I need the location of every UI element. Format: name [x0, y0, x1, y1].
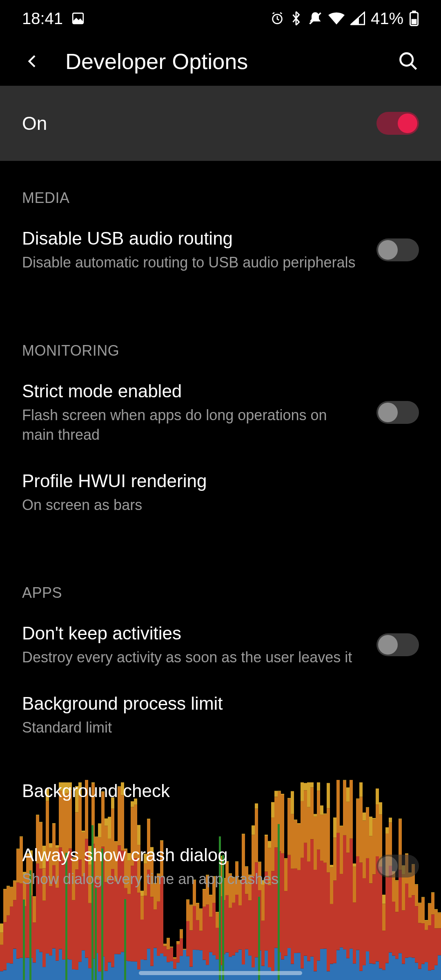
svg-rect-51 — [33, 922, 36, 962]
svg-rect-532 — [421, 964, 425, 980]
section-header-media: MEDIA — [0, 161, 441, 217]
svg-rect-9 — [0, 945, 3, 971]
svg-rect-485 — [382, 931, 385, 970]
battery-icon — [409, 11, 419, 26]
setting-sub: Flash screen when apps do long operation… — [22, 405, 357, 445]
setting-always-show-crash[interactable]: Always show crash dialog Show dialog eve… — [0, 834, 441, 904]
svg-rect-253 — [196, 920, 199, 950]
svg-rect-28 — [16, 959, 20, 980]
svg-rect-133 — [98, 971, 101, 980]
search-button[interactable] — [394, 47, 423, 76]
svg-rect-468 — [369, 963, 372, 980]
status-bar: 18:41 41% — [0, 0, 441, 37]
svg-rect-172 — [127, 894, 131, 961]
svg-rect-278 — [216, 913, 219, 928]
setting-title: Disable USB audio routing — [22, 227, 365, 249]
svg-rect-290 — [225, 953, 229, 980]
svg-rect-86 — [62, 960, 65, 980]
svg-rect-533 — [421, 923, 425, 964]
switch-always-show-crash[interactable] — [376, 855, 419, 878]
switch-strict-mode[interactable] — [376, 401, 419, 424]
svg-rect-555 — [438, 912, 441, 913]
svg-point-6 — [401, 53, 413, 66]
svg-rect-246 — [189, 905, 193, 930]
svg-rect-388 — [304, 956, 307, 980]
svg-rect-496 — [392, 956, 395, 980]
svg-rect-103 — [75, 970, 78, 980]
status-bar-left: 18:41 — [22, 9, 85, 28]
svg-rect-13 — [3, 922, 7, 970]
setting-background-check[interactable]: Background check — [0, 768, 441, 818]
svg-rect-392 — [307, 961, 310, 980]
svg-rect-368 — [287, 948, 291, 980]
chevron-left-icon — [24, 53, 41, 69]
svg-rect-276 — [216, 959, 219, 980]
svg-rect-227 — [173, 959, 176, 969]
page-title: Developer Options — [65, 49, 248, 74]
setting-profile-hwui[interactable]: Profile HWUI rendering On screen as bars — [0, 460, 441, 530]
svg-rect-476 — [376, 961, 379, 980]
svg-rect-307 — [238, 905, 242, 949]
svg-rect-306 — [238, 949, 242, 980]
svg-rect-268 — [209, 952, 212, 980]
settings-list[interactable]: MEDIA Disable USB audio routing Disable … — [0, 161, 441, 904]
setting-dont-keep-activities[interactable]: Don't keep activities Destroy every acti… — [0, 612, 441, 682]
svg-rect-336 — [261, 921, 265, 966]
svg-rect-11 — [0, 924, 3, 933]
gesture-nav-bar[interactable] — [139, 971, 302, 975]
svg-rect-99 — [72, 969, 75, 980]
setting-sub: Destroy every activity as soon as the us… — [22, 648, 357, 668]
svg-rect-408 — [320, 949, 323, 980]
svg-rect-436 — [343, 949, 346, 980]
svg-rect-548 — [434, 965, 438, 980]
svg-rect-540 — [428, 970, 431, 980]
setting-sub: Show dialog every time an app crashes — [22, 869, 357, 889]
svg-rect-241 — [186, 921, 189, 956]
status-bar-right: 41% — [270, 9, 419, 28]
svg-rect-528 — [418, 969, 421, 980]
svg-rect-396 — [310, 957, 314, 980]
svg-rect-339 — [265, 951, 268, 980]
svg-rect-82 — [59, 949, 62, 980]
svg-rect-404 — [317, 960, 320, 980]
setting-disable-usb-audio[interactable]: Disable USB audio routing Disable automa… — [0, 217, 441, 287]
svg-rect-516 — [408, 957, 412, 980]
svg-rect-257 — [199, 931, 203, 951]
svg-rect-464 — [366, 951, 369, 980]
setting-sub: Disable automatic routing to USB audio p… — [22, 253, 357, 273]
svg-rect-261 — [203, 906, 206, 960]
svg-rect-204 — [154, 909, 157, 948]
svg-rect-184 — [137, 893, 140, 969]
svg-rect-541 — [428, 925, 431, 970]
master-toggle-switch[interactable] — [376, 112, 419, 135]
svg-rect-216 — [163, 947, 167, 956]
svg-rect-299 — [232, 903, 235, 956]
svg-rect-63 — [42, 901, 46, 967]
switch-dont-keep-activities[interactable] — [376, 633, 419, 656]
svg-line-7 — [411, 64, 416, 69]
svg-rect-62 — [42, 967, 46, 980]
svg-rect-553 — [438, 928, 441, 955]
svg-rect-273 — [212, 903, 216, 955]
svg-rect-295 — [229, 908, 232, 957]
setting-strict-mode[interactable]: Strict mode enabled Flash screen when ap… — [0, 370, 441, 460]
master-toggle-row[interactable]: On — [0, 86, 441, 161]
svg-rect-260 — [203, 960, 206, 980]
svg-rect-119 — [88, 968, 91, 980]
svg-rect-58 — [39, 952, 42, 980]
svg-rect-440 — [346, 958, 350, 980]
back-button[interactable] — [18, 47, 47, 76]
alarm-icon — [270, 11, 284, 25]
svg-rect-237 — [180, 929, 183, 930]
svg-rect-40 — [23, 900, 25, 980]
svg-rect-400 — [314, 971, 317, 980]
svg-rect-150 — [111, 967, 114, 980]
svg-rect-203 — [154, 948, 157, 980]
svg-rect-256 — [199, 950, 203, 980]
switch-disable-usb-audio[interactable] — [376, 238, 419, 261]
svg-rect-17 — [7, 915, 10, 963]
setting-bg-process-limit[interactable]: Background process limit Standard limit — [0, 682, 441, 753]
svg-rect-530 — [418, 904, 421, 923]
search-icon — [398, 51, 419, 72]
svg-rect-525 — [415, 906, 418, 962]
